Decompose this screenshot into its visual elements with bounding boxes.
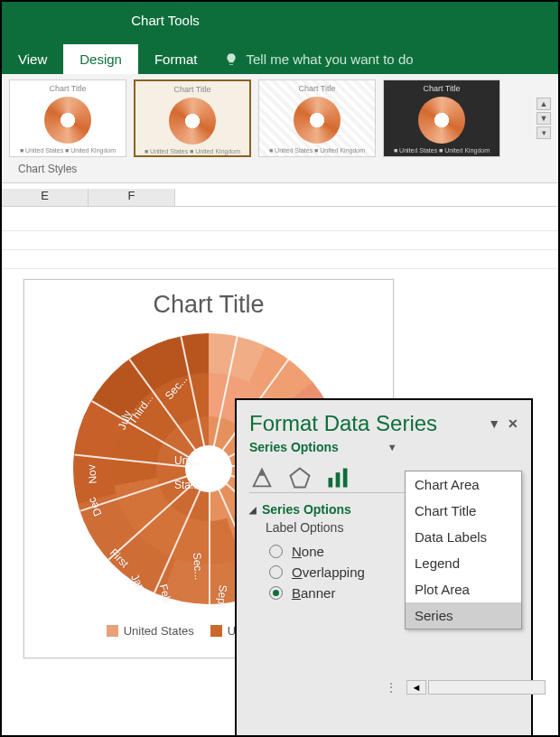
dropdown-item-legend[interactable]: Legend [406, 550, 521, 576]
sunburst-icon [294, 97, 341, 144]
thumb-title: Chart Title [49, 84, 86, 93]
thumb-title: Chart Title [423, 84, 460, 93]
chart-tools-tab: Chart Tools [92, 2, 238, 43]
style-thumb-2[interactable]: Chart Title ■ United States ■ United Kin… [134, 79, 251, 157]
thumb-legend: ■ United States ■ United Kingdom [394, 147, 490, 154]
section-title: Series Options [262, 502, 351, 517]
ribbon-group-label: Chart Styles [9, 157, 551, 182]
radio-icon [269, 565, 283, 579]
chart-label: Uni... [174, 454, 200, 467]
dropdown-item-data-labels[interactable]: Data Labels [406, 524, 521, 550]
pane-title-text: Format Data Series [249, 411, 437, 436]
legend-key-icon [107, 625, 118, 637]
legend-label: United States [124, 624, 194, 638]
collapse-icon: ◢ [249, 505, 257, 515]
svg-rect-3 [343, 469, 348, 488]
pane-close-button[interactable]: ✕ [508, 416, 518, 431]
gallery-scroll: ▲ ▼ ▾ [537, 98, 551, 139]
thumb-legend: ■ United States ■ United Kingdom [269, 147, 365, 154]
radio-icon [269, 586, 283, 600]
worksheet[interactable]: E F Chart Title [2, 189, 558, 704]
sheet-nav-icon[interactable]: ⋮ [385, 680, 399, 695]
column-headers: E F [2, 189, 558, 207]
ribbon-tabs: View Design Format Tell me what you want… [2, 43, 558, 74]
pane-options-button[interactable]: ▼ [488, 416, 500, 431]
svg-marker-0 [291, 469, 310, 488]
dropdown-item-chart-title[interactable]: Chart Title [406, 498, 521, 524]
svg-rect-1 [329, 478, 333, 488]
dropdown-item-chart-area[interactable]: Chart Area [406, 471, 521, 498]
svg-rect-2 [336, 472, 341, 487]
fill-line-icon[interactable] [249, 465, 275, 490]
scroll-track[interactable] [428, 680, 546, 695]
scroll-left-button[interactable]: ◄ [406, 680, 426, 695]
tab-format[interactable]: Format [138, 44, 214, 74]
tell-me-search[interactable]: Tell me what you want to do [213, 44, 424, 74]
tab-design[interactable]: Design [63, 44, 138, 74]
pane-subheader[interactable]: Series Options ▼ [237, 438, 531, 456]
chart-label: Nov [85, 464, 99, 484]
chart-element-dropdown: Chart Area Chart Title Data Labels Legen… [405, 471, 522, 630]
style-thumb-1[interactable]: Chart Title ■ United States ■ United Kin… [9, 79, 126, 157]
dropdown-item-plot-area[interactable]: Plot Area [406, 576, 521, 602]
gallery-more-button[interactable]: ▾ [537, 126, 551, 139]
chart-label: Sec... [191, 552, 205, 581]
table-row[interactable] [2, 212, 558, 231]
series-options-icon[interactable] [325, 465, 350, 490]
thumb-title: Chart Title [298, 84, 335, 93]
table-row[interactable] [2, 231, 558, 250]
lightbulb-icon [224, 52, 238, 67]
radio-accel: B [292, 585, 301, 601]
title-bar: Chart Tools [2, 2, 558, 43]
legend-key-icon [210, 625, 222, 637]
table-row[interactable] [2, 250, 558, 269]
chart-styles-gallery: Chart Title ■ United States ■ United Kin… [2, 74, 558, 183]
thumb-title: Chart Title [173, 85, 210, 94]
gallery-down-button[interactable]: ▼ [537, 112, 551, 125]
radio-icon [269, 545, 283, 558]
style-thumb-3[interactable]: Chart Title ■ United States ■ United Kin… [258, 79, 376, 157]
chart-title[interactable]: Chart Title [24, 291, 393, 319]
horizontal-scrollbar[interactable]: ⋮ ◄ [385, 680, 558, 695]
style-thumb-4[interactable]: Chart Title ■ United States ■ United Kin… [383, 79, 500, 157]
pane-sub-text: Series Options [249, 440, 339, 454]
radio-accel: N [292, 544, 302, 559]
thumb-legend: ■ United States ■ United Kingdom [20, 147, 116, 154]
effects-icon[interactable] [287, 465, 313, 490]
chart-label: Sta... [174, 479, 200, 491]
radio-accel: O [292, 564, 303, 580]
sheet-footer: ⋮ ◄ [2, 676, 558, 698]
col-header-f[interactable]: F [89, 189, 175, 206]
gallery-up-button[interactable]: ▲ [537, 98, 551, 110]
tab-view[interactable]: View [2, 44, 63, 74]
pane-title: Format Data Series ▼ ✕ [237, 400, 531, 438]
thumb-legend: ■ United States ■ United Kingdom [145, 148, 240, 154]
dropdown-item-series[interactable]: Series [406, 602, 521, 629]
legend-item[interactable]: United States [107, 624, 194, 638]
sunburst-icon [418, 97, 465, 144]
chevron-down-icon[interactable]: ▼ [387, 442, 397, 452]
col-header-e[interactable]: E [2, 189, 89, 206]
tell-me-text: Tell me what you want to do [246, 51, 413, 67]
sunburst-icon [44, 97, 91, 144]
sunburst-icon [169, 98, 216, 145]
chart-label: Sept [215, 584, 229, 608]
